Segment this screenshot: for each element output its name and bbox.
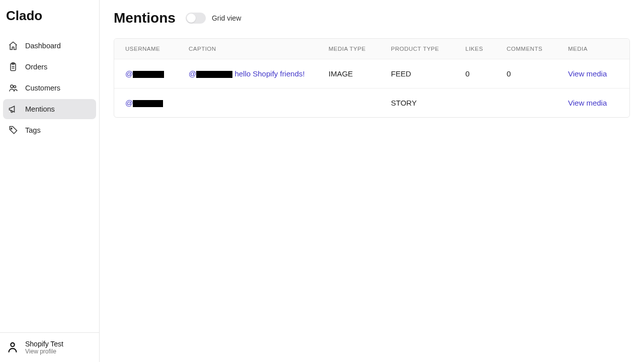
svg-point-3	[14, 85, 16, 87]
at-prefix: @	[125, 69, 133, 78]
toggle-knob	[187, 14, 196, 23]
footer-user-name: Shopify Test	[25, 340, 63, 348]
grid-view-toggle[interactable]	[186, 13, 206, 24]
users-icon	[8, 83, 18, 93]
svg-point-5	[11, 343, 14, 346]
sidebar-item-label: Mentions	[25, 105, 55, 113]
footer-view-profile[interactable]: View profile	[25, 348, 63, 355]
page-header: Mentions Grid view	[114, 10, 630, 26]
grid-view-toggle-wrap: Grid view	[186, 13, 241, 24]
grid-view-label: Grid view	[212, 14, 241, 22]
redacted-username	[133, 100, 163, 107]
sidebar-item-label: Dashboard	[25, 42, 61, 50]
user-icon	[6, 341, 19, 354]
svg-point-4	[11, 128, 12, 129]
col-media-header: MEDIA	[568, 46, 618, 52]
username-cell[interactable]: @	[125, 99, 189, 107]
caption-text: hello Shopify friends!	[232, 69, 304, 78]
redacted-caption-handle	[196, 71, 232, 78]
sidebar-nav: Dashboard Orders Customers Mentions Tags	[0, 36, 99, 140]
at-prefix: @	[189, 69, 196, 78]
megaphone-icon	[8, 104, 18, 114]
col-caption-header: CAPTION	[189, 46, 329, 52]
col-username-header: USERNAME	[125, 46, 189, 52]
clipboard-icon	[8, 62, 18, 72]
sidebar-item-label: Orders	[25, 63, 47, 71]
col-producttype-header: PRODUCT TYPE	[391, 46, 465, 52]
product-type-cell: FEED	[391, 69, 465, 78]
col-likes-header: LIKES	[465, 46, 507, 52]
sidebar: Clado Dashboard Orders Customers Mention…	[0, 0, 100, 362]
sidebar-item-customers[interactable]: Customers	[3, 78, 96, 98]
view-media-link[interactable]: View media	[568, 99, 618, 107]
home-icon	[8, 41, 18, 51]
sidebar-item-label: Tags	[25, 126, 41, 134]
table-header: USERNAME CAPTION MEDIA TYPE PRODUCT TYPE…	[114, 39, 629, 59]
sidebar-item-label: Customers	[25, 84, 60, 92]
sidebar-item-dashboard[interactable]: Dashboard	[3, 36, 96, 56]
page-title: Mentions	[114, 10, 176, 26]
footer-user-block: Shopify Test View profile	[25, 340, 63, 355]
table-row: @ STORY View media	[114, 88, 629, 117]
caption-cell[interactable]: @ hello Shopify friends!	[189, 69, 329, 78]
tag-icon	[8, 125, 18, 135]
likes-cell: 0	[465, 69, 507, 78]
main-content: Mentions Grid view USERNAME CAPTION MEDI…	[100, 0, 644, 362]
sidebar-item-tags[interactable]: Tags	[3, 120, 96, 140]
sidebar-item-orders[interactable]: Orders	[3, 57, 96, 77]
col-comments-header: COMMENTS	[507, 46, 568, 52]
view-media-link[interactable]: View media	[568, 69, 618, 78]
sidebar-footer[interactable]: Shopify Test View profile	[0, 332, 99, 362]
comments-cell: 0	[507, 69, 568, 78]
product-type-cell: STORY	[391, 99, 465, 107]
mentions-table: USERNAME CAPTION MEDIA TYPE PRODUCT TYPE…	[114, 38, 630, 118]
media-type-cell: IMAGE	[329, 69, 391, 78]
brand-logo: Clado	[0, 0, 99, 36]
username-cell[interactable]: @	[125, 69, 189, 78]
sidebar-item-mentions[interactable]: Mentions	[3, 99, 96, 119]
at-prefix: @	[125, 99, 133, 107]
redacted-username	[133, 71, 164, 78]
svg-point-2	[11, 85, 13, 87]
table-row: @ @ hello Shopify friends! IMAGE FEED 0 …	[114, 59, 629, 88]
col-mediatype-header: MEDIA TYPE	[329, 46, 391, 52]
